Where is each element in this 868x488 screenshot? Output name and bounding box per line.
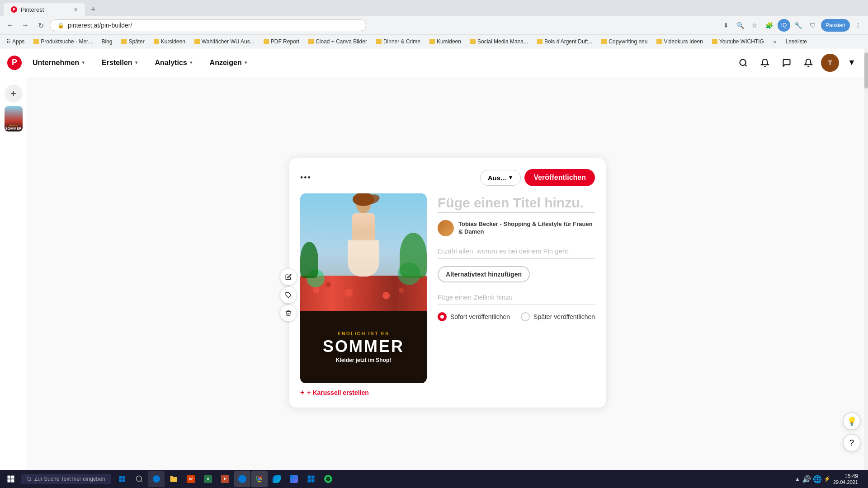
bookmark-canva[interactable]: Cload + Canva Bilder [306,38,370,46]
bookmark-more-btn[interactable]: » [770,37,779,46]
delete-tool-button[interactable] [280,305,297,321]
profile-icon[interactable]: IQ [778,19,790,32]
taskbar-search-box[interactable]: Zur Suche Text hier eingeben [21,474,111,484]
taskbar-app-windows2[interactable] [303,471,319,487]
start-button[interactable] [2,471,20,487]
nav-item-label: Unternehmen [33,59,79,67]
bookmark-kursideen[interactable]: Kursideen [151,38,188,46]
nav-item-anzeigen[interactable]: Anzeigen ▼ [204,55,254,70]
main-content: + ENDLICH SOMMER ••• Aus... [0,77,868,488]
taskbar-clock[interactable]: 15:49 29.04.2021 [833,473,858,485]
folder-icon [376,39,382,44]
bookmark-wahlfaecher[interactable]: Wahlfächer WU Aus... [192,38,257,46]
sidebar-thumbnail[interactable]: ENDLICH SOMMER [5,106,23,131]
bookmark-blog[interactable]: Blog [99,38,115,46]
bookmark-apps[interactable]: ⠿ Apps [4,38,27,46]
forward-button[interactable]: → [19,19,32,32]
add-pin-button[interactable]: + [5,84,23,103]
messages-icon[interactable] [778,54,796,72]
folder-icon [537,39,542,44]
new-tab-button[interactable]: + [87,3,99,16]
bookmark-videokurs[interactable]: Videokurs Ideen [654,38,706,46]
taskbar-app-photos[interactable] [286,471,302,487]
taskbar-app-powerpoint[interactable]: P [217,471,233,487]
edit-tool-button[interactable] [280,269,297,285]
bookmark-copywriting[interactable]: Copywriting neu [599,38,650,46]
search-icon[interactable] [734,54,752,72]
publish-now-option[interactable]: Sofort veröffentlichen [438,312,510,321]
scrollbar-thumb[interactable] [864,52,868,89]
add-carousel-button[interactable]: + + Karussell erstellen [300,389,427,397]
taskbar-app-edge2[interactable] [269,471,285,487]
taskbar-app-excel[interactable]: X [200,471,216,487]
extension-icon[interactable]: 🧩 [763,19,776,32]
back-button[interactable]: ← [4,19,16,32]
svg-rect-6 [11,479,14,483]
taskbar-system-icons[interactable]: ▲ 🔊 🌐 ⚡ [795,475,830,483]
zoom-icon[interactable]: 🔍 [734,19,747,32]
refresh-button[interactable]: ↻ [34,19,47,32]
menu-icon[interactable]: ⋮ [852,19,864,32]
bookmark-bois[interactable]: Bois d'Argent Duft... [534,38,595,46]
author-name: Tobias Becker - Shopping & Lifestyle für… [458,221,595,236]
nav-item-erstellen[interactable]: Erstellen ▼ [96,55,144,70]
pinterest-p-icon: P [7,56,22,70]
lightbulb-icon: 💡 [847,416,857,426]
nav-item-unternehmen[interactable]: Unternehmen ▼ [27,55,91,70]
taskbar-app-office[interactable]: W [183,471,199,487]
user-profile-btn[interactable]: Pausiert [821,19,850,32]
bookmark-label: Wahlfächer WU Aus... [202,38,255,45]
nav-item-label: Analytics [155,59,187,67]
extension3-icon[interactable]: 🛡 [807,19,819,32]
show-desktop-btn[interactable] [861,471,863,487]
bookmark-kursideen2[interactable]: Kursideen [427,38,464,46]
link-input[interactable] [438,290,595,305]
windows-taskbar: Zur Suche Text hier eingeben W X P [0,470,868,488]
pinterest-tab[interactable]: P Pinterest × [4,3,85,16]
board-dropdown[interactable]: Aus... ▼ [480,170,521,186]
nav-item-analytics[interactable]: Analytics ▼ [150,55,199,70]
taskbar-app-search[interactable] [131,471,147,487]
taskbar-app-windows[interactable] [114,471,130,487]
chevron-down-icon: ▼ [189,60,193,65]
bookmark-dinner[interactable]: Dinner & Crime [373,38,423,46]
bookmark-later[interactable]: Später [118,38,147,46]
browser-chrome: P Pinterest × + ← → ↻ 🔒 pinterest.at/pin… [0,0,868,48]
help-button[interactable]: ? [843,434,861,452]
bookmark-star-icon[interactable]: ☆ [749,19,761,32]
taskbar-app-edge[interactable] [234,471,250,487]
bookmark-leseliste[interactable]: Leseliste [783,38,810,46]
publish-button[interactable]: Veröffentlichen [524,169,595,186]
radio-unchecked-icon [521,312,530,321]
account-chevron-icon[interactable]: ▼ [843,54,861,72]
address-bar[interactable]: 🔒 pinterest.at/pin-builder/ [50,19,366,31]
alt-text-button[interactable]: Alternativtext hinzufügen [438,266,530,282]
bookmark-youtube[interactable]: Youtube WICHTIG [709,38,767,46]
svg-point-0 [740,59,746,65]
extension2-icon[interactable]: 🔧 [792,19,805,32]
notifications-icon[interactable] [756,54,774,72]
tag-tool-button[interactable] [280,287,297,303]
user-avatar[interactable]: T [821,54,839,72]
title-input[interactable] [438,193,595,213]
alerts-icon[interactable] [799,54,817,72]
publish-later-option[interactable]: Später veröffentlichen [521,312,595,321]
more-options-button[interactable]: ••• [300,173,311,183]
bookmark-label: Kursideen [161,38,185,45]
bookmark-pdf[interactable]: PDF Report [261,38,302,46]
taskbar-app-cortana[interactable] [148,471,165,487]
bookmark-label: Dinner & Crime [383,38,420,45]
folder-icon [656,39,662,44]
lightbulb-button[interactable]: 💡 [843,412,861,430]
bookmark-social[interactable]: Social Media Mana... [467,38,531,46]
tab-close-btn[interactable]: × [74,6,78,13]
taskbar-app-folder[interactable] [165,471,182,487]
taskbar-app-spotify[interactable] [320,471,336,487]
pin-text-small: ENDLICH IST ES [338,331,390,336]
taskbar-app-chrome[interactable] [251,471,268,487]
description-input[interactable] [438,244,595,259]
bookmark-produktsuche[interactable]: Produktsuche - Mer... [31,38,95,46]
page-scrollbar[interactable] [864,48,868,470]
download-icon[interactable]: ⬇ [720,19,732,32]
pinterest-logo[interactable]: P [7,56,22,70]
